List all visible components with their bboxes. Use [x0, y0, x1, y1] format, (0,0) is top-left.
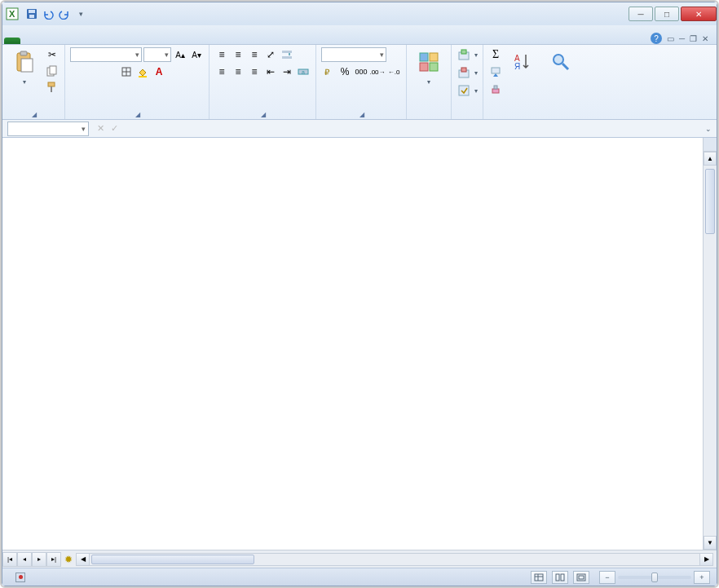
- underline-button[interactable]: [103, 64, 117, 79]
- svg-rect-15: [139, 76, 147, 77]
- worksheet-grid[interactable]: [2, 138, 703, 550]
- svg-rect-24: [430, 63, 438, 71]
- orientation-icon[interactable]: ⤢: [263, 47, 278, 62]
- format-painter-icon[interactable]: [45, 80, 60, 95]
- qat-save-icon[interactable]: [25, 7, 38, 20]
- styles-button[interactable]: ▾: [412, 47, 446, 87]
- zoom-in-icon[interactable]: +: [694, 571, 710, 584]
- sheet-nav-next-icon[interactable]: ▸: [32, 552, 46, 567]
- svg-text:a: a: [302, 69, 305, 75]
- mdi-close-icon[interactable]: ✕: [702, 34, 708, 43]
- ribbon-minimize-icon[interactable]: ▭: [667, 34, 674, 43]
- align-top-icon[interactable]: ≡: [214, 47, 229, 62]
- svg-rect-32: [494, 86, 497, 89]
- percent-style-icon[interactable]: %: [337, 64, 352, 79]
- sheet-nav-first-icon[interactable]: |◂: [2, 552, 17, 567]
- group-clipboard: ▾ ✂ ◢: [2, 45, 65, 119]
- hscroll-thumb[interactable]: [91, 555, 254, 564]
- increase-decimal-icon[interactable]: .00→: [370, 64, 385, 79]
- help-icon[interactable]: ?: [651, 33, 662, 44]
- svg-point-35: [554, 55, 563, 64]
- mdi-restore-icon[interactable]: ❐: [690, 34, 697, 43]
- close-button[interactable]: ✕: [681, 7, 717, 21]
- alignment-launcher-icon[interactable]: ◢: [261, 111, 266, 118]
- expand-formula-bar-icon[interactable]: ⌄: [700, 125, 717, 133]
- cut-icon[interactable]: ✂: [45, 47, 60, 62]
- align-left-icon[interactable]: ≡: [214, 64, 229, 79]
- borders-icon[interactable]: [119, 64, 134, 79]
- accounting-format-icon[interactable]: ₽: [321, 64, 336, 79]
- name-box[interactable]: [7, 122, 89, 136]
- font-launcher-icon[interactable]: ◢: [135, 111, 140, 118]
- group-cells: ▾ ▾ ▾: [452, 45, 483, 119]
- fill-icon[interactable]: [488, 64, 503, 79]
- align-center-icon[interactable]: ≡: [231, 64, 245, 79]
- maximize-button[interactable]: □: [655, 7, 679, 21]
- zoom-handle[interactable]: [651, 573, 658, 582]
- scroll-left-icon[interactable]: ◀: [77, 554, 90, 565]
- delete-cells-button[interactable]: ▾: [457, 65, 478, 80]
- mdi-min-icon[interactable]: ─: [679, 34, 685, 43]
- macro-record-icon[interactable]: [15, 573, 25, 582]
- grow-font-icon[interactable]: A▴: [173, 47, 187, 62]
- view-layout-icon[interactable]: [552, 571, 568, 584]
- new-sheet-icon[interactable]: ✹: [64, 554, 73, 565]
- cancel-formula-icon[interactable]: ✕: [94, 123, 108, 134]
- svg-rect-28: [461, 68, 466, 72]
- split-handle-v[interactable]: [704, 138, 717, 152]
- increase-indent-icon[interactable]: ⇥: [280, 64, 294, 79]
- minimize-button[interactable]: ─: [629, 7, 653, 21]
- format-cells-button[interactable]: ▾: [457, 83, 478, 98]
- zoom-out-icon[interactable]: −: [599, 571, 615, 584]
- vertical-scrollbar[interactable]: ▲ ▼: [703, 138, 717, 550]
- wrap-text-icon[interactable]: [280, 47, 294, 62]
- find-select-button[interactable]: [544, 47, 578, 78]
- number-format-combo[interactable]: [321, 47, 386, 62]
- italic-button[interactable]: [86, 64, 101, 79]
- qat-undo-icon[interactable]: [42, 7, 55, 20]
- vscroll-thumb[interactable]: [705, 169, 715, 234]
- clipboard-launcher-icon[interactable]: ◢: [32, 111, 37, 118]
- merge-center-icon[interactable]: a: [296, 64, 311, 79]
- svg-rect-17: [282, 56, 292, 59]
- bold-button[interactable]: [70, 64, 85, 79]
- paste-button[interactable]: ▾: [7, 47, 42, 87]
- group-editing: Σ АЯ: [483, 45, 583, 119]
- decrease-indent-icon[interactable]: ⇤: [263, 64, 278, 79]
- scroll-up-icon[interactable]: ▲: [704, 152, 717, 166]
- decrease-decimal-icon[interactable]: ←.0: [386, 64, 401, 79]
- clear-icon[interactable]: [488, 82, 503, 96]
- sheet-nav-prev-icon[interactable]: ◂: [17, 552, 32, 567]
- svg-rect-40: [556, 574, 559, 581]
- fill-color-icon[interactable]: [135, 64, 150, 79]
- horizontal-scrollbar[interactable]: ◀ ▶: [76, 553, 713, 566]
- shrink-font-icon[interactable]: A▾: [189, 47, 204, 62]
- align-bottom-icon[interactable]: ≡: [247, 47, 262, 62]
- sheet-nav-last-icon[interactable]: ▸|: [46, 552, 61, 567]
- view-normal-icon[interactable]: [531, 571, 547, 584]
- font-color-icon[interactable]: A: [152, 64, 166, 79]
- svg-rect-16: [282, 51, 292, 53]
- scroll-down-icon[interactable]: ▼: [704, 536, 717, 550]
- font-name-combo[interactable]: [70, 47, 142, 62]
- align-middle-icon[interactable]: ≡: [231, 47, 245, 62]
- comma-style-icon[interactable]: 000: [354, 64, 368, 79]
- autosum-icon[interactable]: Σ: [488, 47, 503, 62]
- number-launcher-icon[interactable]: ◢: [360, 111, 364, 118]
- qat-customize-icon[interactable]: ▾: [74, 7, 87, 20]
- enter-formula-icon[interactable]: ✓: [108, 123, 121, 134]
- svg-rect-21: [420, 53, 428, 61]
- insert-cells-button[interactable]: ▾: [457, 47, 478, 62]
- tab-file[interactable]: [4, 38, 20, 44]
- sort-filter-icon: АЯ: [510, 49, 536, 75]
- font-size-combo[interactable]: [143, 47, 171, 62]
- group-styles: ▾: [407, 45, 452, 119]
- app-icon[interactable]: X: [2, 7, 22, 20]
- zoom-slider[interactable]: [618, 576, 691, 579]
- sort-filter-button[interactable]: АЯ: [506, 47, 540, 78]
- qat-redo-icon[interactable]: [58, 7, 71, 20]
- align-right-icon[interactable]: ≡: [247, 64, 262, 79]
- view-pagebreak-icon[interactable]: [573, 571, 589, 584]
- copy-icon[interactable]: [45, 64, 60, 78]
- scroll-right-icon[interactable]: ▶: [699, 554, 712, 565]
